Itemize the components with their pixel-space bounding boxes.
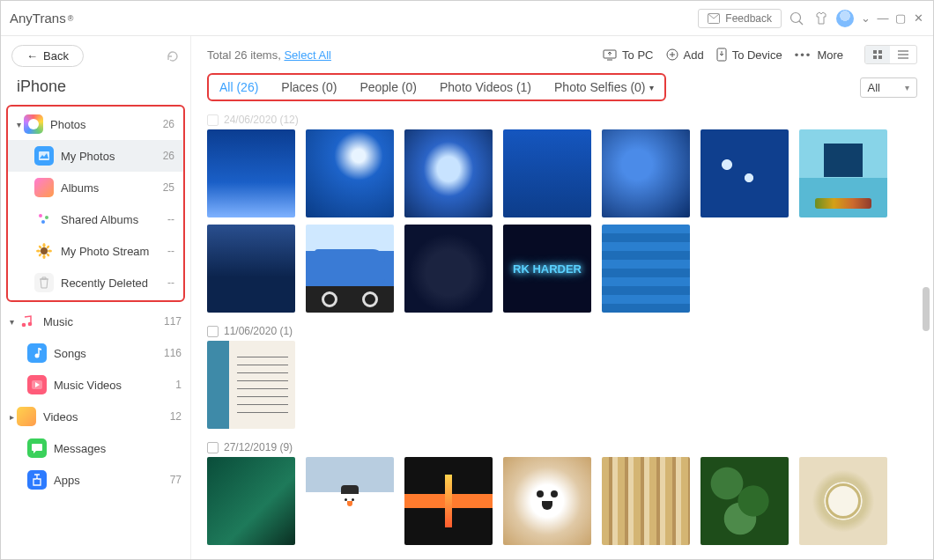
photo-thumbnail[interactable]	[404, 225, 493, 313]
albums-icon	[34, 178, 54, 197]
caret-down-icon: ▾	[6, 317, 17, 327]
photo-thumbnail[interactable]	[503, 129, 591, 217]
filter-all[interactable]: All (26)	[219, 80, 258, 94]
user-avatar[interactable]	[836, 10, 854, 27]
filter-photo-videos[interactable]: Photo Videos (1)	[440, 80, 531, 94]
sidebar-item-music-videos[interactable]: Music Videos 1	[1, 369, 190, 401]
caret-down-icon: ▾	[13, 120, 24, 129]
sidebar: ← Back iPhone ▾ Photos 26 My Photos 26	[1, 36, 191, 559]
svg-point-17	[28, 322, 33, 327]
filter-bar: All (26) Places (0) People (0) Photo Vid…	[191, 73, 933, 108]
photo-thumbnail[interactable]	[306, 225, 394, 313]
my-photos-label: My Photos	[61, 150, 115, 163]
filter-photo-selfies[interactable]: Photo Selfies (0) ▾	[554, 80, 654, 94]
content-area: Total 26 items, Select All To PC Add To …	[191, 36, 933, 559]
music-videos-icon	[27, 375, 47, 394]
maximize-button[interactable]: ▢	[894, 12, 907, 25]
svg-point-14	[38, 253, 42, 257]
photo-grid-scroll[interactable]: 24/06/2020 (12) RK HARDER 11/06/2	[191, 108, 933, 559]
group-checkbox[interactable]	[207, 442, 219, 453]
filter-people[interactable]: People (0)	[360, 80, 417, 94]
apps-count: 77	[170, 474, 182, 486]
chevron-down-icon[interactable]: ⌄	[859, 12, 871, 25]
grid-view-button[interactable]	[865, 46, 890, 63]
refresh-icon[interactable]	[166, 49, 180, 63]
tshirt-icon[interactable]	[812, 9, 831, 28]
sidebar-item-videos[interactable]: ▸ Videos 12	[1, 401, 190, 432]
svg-point-7	[41, 247, 48, 254]
photo-thumbnail[interactable]	[799, 129, 887, 217]
photo-thumbnail[interactable]	[799, 457, 887, 545]
search-icon[interactable]	[787, 9, 806, 28]
filter-dropdown[interactable]: All ▾	[860, 77, 917, 98]
photos-label: Photos	[50, 118, 85, 131]
videos-label: Videos	[43, 410, 78, 424]
envelope-icon	[708, 13, 720, 24]
sidebar-item-apps[interactable]: Apps 77	[1, 464, 190, 496]
photo-thumbnail[interactable]	[700, 129, 789, 217]
back-button[interactable]: ← Back	[11, 45, 84, 67]
registered-mark: ®	[68, 14, 74, 23]
filter-highlight: All (26) Places (0) People (0) Photo Vid…	[207, 73, 666, 101]
svg-point-16	[22, 323, 26, 328]
device-name: iPhone	[1, 76, 190, 105]
minimize-button[interactable]: —	[877, 12, 889, 25]
sidebar-item-music[interactable]: ▾ Music 117	[1, 306, 190, 337]
close-button[interactable]: ✕	[912, 12, 924, 25]
to-device-button[interactable]: To Device	[716, 48, 782, 62]
svg-point-4	[39, 214, 42, 217]
svg-point-12	[38, 245, 42, 249]
filter-dropdown-label: All	[868, 81, 880, 94]
photo-thumbnail[interactable]	[602, 129, 690, 217]
sidebar-item-my-photos[interactable]: My Photos 26	[8, 140, 183, 172]
recently-deleted-label: Recently Deleted	[61, 276, 148, 290]
add-label: Add	[684, 48, 704, 62]
photo-thumbnail[interactable]: RK HARDER	[503, 225, 591, 313]
app-name: AnyTrans ®	[10, 11, 73, 26]
songs-count: 116	[164, 347, 182, 359]
sidebar-item-messages[interactable]: Messages	[1, 432, 190, 464]
photo-thumbnail[interactable]	[602, 457, 690, 545]
photo-thumbnail[interactable]	[503, 457, 591, 545]
photo-thumbnail[interactable]	[306, 457, 394, 545]
sidebar-item-photo-stream[interactable]: My Photo Stream --	[8, 235, 183, 267]
sidebar-item-songs[interactable]: Songs 116	[1, 337, 190, 369]
recently-deleted-count: --	[167, 276, 174, 289]
svg-point-8	[42, 243, 45, 247]
app-name-text: AnyTrans	[10, 11, 66, 26]
sidebar-item-photos[interactable]: ▾ Photos 26	[8, 108, 183, 140]
more-button[interactable]: ••• More	[795, 48, 843, 62]
add-button[interactable]: Add	[666, 48, 704, 62]
photo-thumbnail[interactable]	[306, 129, 394, 217]
albums-label: Albums	[61, 181, 99, 195]
svg-point-10	[36, 249, 41, 252]
photo-thumbnail[interactable]	[207, 341, 295, 429]
to-pc-button[interactable]: To PC	[603, 48, 653, 62]
videos-icon	[17, 407, 36, 426]
list-view-button[interactable]	[890, 46, 916, 63]
music-videos-count: 1	[175, 379, 182, 391]
photo-thumbnail[interactable]	[207, 129, 295, 217]
svg-rect-26	[873, 50, 877, 54]
sidebar-item-albums[interactable]: Albums 25	[8, 172, 183, 203]
photo-thumbnail[interactable]	[207, 457, 295, 545]
group-checkbox[interactable]	[207, 326, 219, 337]
photo-thumbnail[interactable]	[700, 457, 789, 545]
sidebar-item-shared-albums[interactable]: Shared Albums --	[8, 203, 183, 235]
group-date: 27/12/2019 (9)	[224, 441, 293, 453]
videos-count: 12	[170, 410, 182, 423]
photo-thumbnail[interactable]	[602, 225, 690, 313]
group-checkbox[interactable]	[207, 114, 219, 126]
sidebar-item-recently-deleted[interactable]: Recently Deleted --	[8, 267, 183, 298]
shared-albums-label: Shared Albums	[61, 213, 138, 226]
photo-thumbnail[interactable]	[207, 225, 295, 313]
title-bar: AnyTrans ® Feedback ⌄ — ▢ ✕	[1, 1, 933, 36]
photo-thumbnail[interactable]	[404, 457, 493, 545]
select-all-link[interactable]: Select All	[284, 48, 330, 62]
filter-places[interactable]: Places (0)	[281, 80, 337, 94]
filter-selfies-label: Photo Selfies (0)	[554, 80, 646, 94]
scrollbar-thumb[interactable]	[923, 287, 930, 331]
music-count: 117	[164, 315, 182, 328]
photo-thumbnail[interactable]	[404, 129, 493, 217]
feedback-button[interactable]: Feedback	[698, 9, 782, 28]
